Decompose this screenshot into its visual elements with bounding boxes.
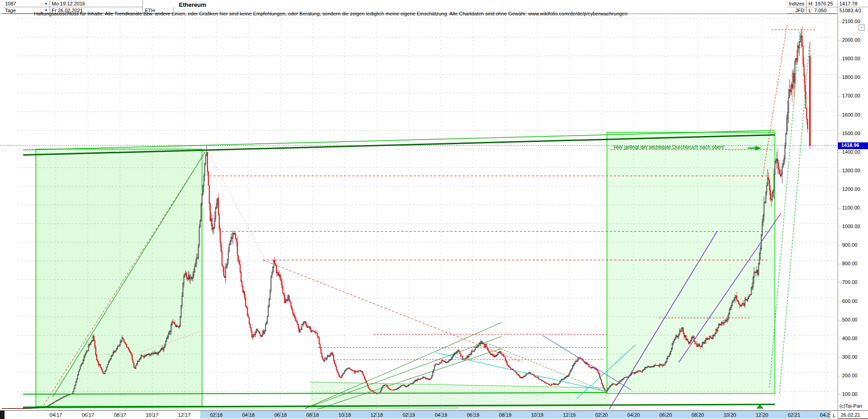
candle-body [338, 372, 339, 375]
candle-body [10, 409, 11, 409]
candle-body [161, 349, 162, 350]
candle-body [776, 159, 777, 161]
candle-body [104, 371, 105, 374]
candle-body [67, 395, 68, 395]
trend-line [207, 149, 265, 259]
candle-body [651, 366, 652, 367]
candle-body [189, 275, 190, 279]
candle-body [55, 401, 56, 402]
candle-body [445, 361, 446, 363]
candle-body [229, 244, 230, 252]
chart-area[interactable] [0, 14, 838, 410]
candle-body [166, 338, 167, 341]
candle-body [419, 379, 419, 380]
candle-body [666, 362, 666, 363]
date-axis-label: 1218 [361, 411, 393, 419]
candle-body [293, 314, 294, 315]
candle-body [681, 328, 682, 331]
candle-body [380, 390, 381, 392]
candle-body [787, 113, 788, 119]
candle-body [588, 365, 589, 366]
candle-body [247, 307, 248, 315]
candle-body [321, 353, 322, 356]
candle-body [634, 373, 635, 374]
candle-body [416, 380, 417, 381]
price-axis-label: 300.00 [842, 354, 858, 360]
price-tick [838, 227, 842, 227]
candle-body [702, 343, 703, 346]
candle-body [155, 352, 156, 353]
candle-body [806, 108, 807, 119]
candle-body [83, 361, 84, 363]
candle-body [265, 324, 266, 331]
price-chart[interactable] [0, 14, 838, 410]
candle-body [54, 402, 55, 402]
candle-body [61, 398, 62, 399]
candle-body [93, 336, 94, 341]
candle-body [330, 355, 330, 356]
price-axis-label: 2000.00 [842, 37, 860, 43]
candle-body [256, 330, 257, 333]
candle-body [282, 287, 283, 293]
candle-body [501, 353, 502, 354]
candle-body [276, 266, 277, 273]
candle-body [740, 305, 741, 306]
candle-body [103, 371, 104, 374]
candle-body [78, 371, 79, 375]
price-axis-label: 1500.00 [842, 131, 860, 136]
candle-body [168, 334, 169, 336]
candle-body [675, 338, 676, 340]
date-axis[interactable]: 0417061708171017121702180418061808181018… [0, 410, 838, 419]
candle-body [666, 358, 667, 361]
candle-body [222, 251, 222, 266]
candle-body [569, 372, 570, 375]
candle-body [301, 324, 302, 329]
candle-body [616, 384, 617, 385]
candle-body [24, 408, 25, 409]
candle-body [143, 356, 144, 357]
candle-body [672, 344, 673, 348]
bar-count-dropdown[interactable]: 1087 ▼ [3, 0, 50, 7]
candle-body [224, 276, 225, 278]
candle-body [339, 375, 340, 376]
candle-body [96, 355, 97, 360]
candle-body [414, 381, 415, 383]
candle-body [461, 356, 462, 356]
candle-body [147, 355, 148, 355]
candle-body [658, 365, 659, 366]
price-axis[interactable]: 2100.002000.001900.001800.001700.001600.… [838, 14, 868, 410]
candle-body [108, 362, 109, 365]
candle-body [783, 164, 784, 167]
candle-body [74, 388, 74, 391]
candle-body [32, 408, 33, 409]
candle-body [727, 318, 728, 320]
candle-body [210, 204, 211, 221]
start-date-cell[interactable]: Mo 19.12.2016 [50, 0, 143, 7]
candle-body [485, 344, 486, 346]
candle-body [399, 386, 400, 387]
date-tick [441, 412, 441, 417]
candle-body [739, 304, 740, 305]
candle-body [326, 358, 327, 359]
candle-body [277, 272, 278, 273]
candle-body [118, 346, 119, 346]
candle-body [51, 404, 52, 404]
candle-body [555, 384, 556, 385]
bar-count-value: 1087 [5, 1, 16, 6]
price-tick [838, 22, 842, 22]
candle-body [252, 336, 253, 337]
candle-body [31, 408, 32, 409]
candle-body [312, 331, 313, 331]
candle-body [143, 356, 143, 356]
candle-body [618, 383, 619, 383]
candle-body [275, 263, 276, 266]
candle-body [782, 167, 783, 174]
candle-body [261, 335, 261, 336]
candle-body [686, 336, 686, 340]
candle-body [382, 386, 383, 388]
candle-body [547, 383, 547, 384]
collapse-button[interactable]: − [858, 24, 865, 31]
candle-body [172, 322, 173, 325]
candle-body [719, 324, 720, 325]
candle-body [318, 336, 319, 337]
